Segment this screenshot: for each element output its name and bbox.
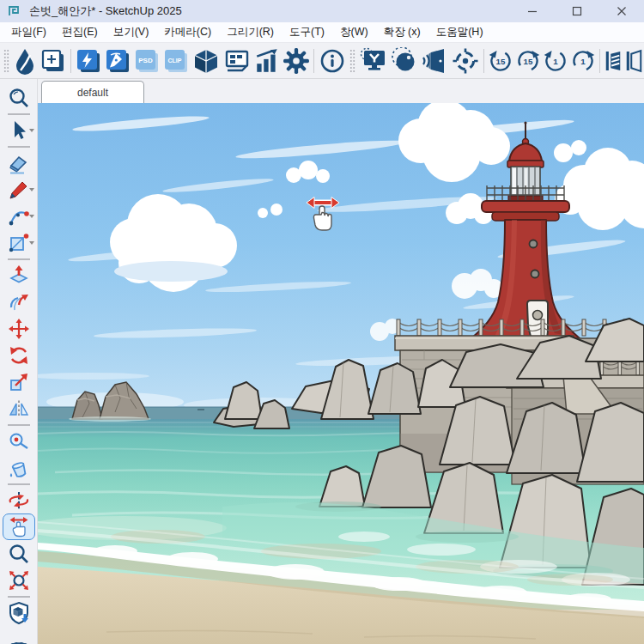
flip-pages-b-icon xyxy=(624,47,643,75)
tool-pencil[interactable] xyxy=(3,176,35,203)
viewport-3d[interactable] xyxy=(38,103,644,644)
target-button[interactable] xyxy=(450,46,481,76)
window-controls xyxy=(510,0,644,22)
dropdown-caret[interactable] xyxy=(29,241,34,245)
rotate-cw-15-button[interactable]: 15 xyxy=(514,46,542,76)
title-bar: 손벗_해안가* - SketchUp 2025 xyxy=(0,0,644,22)
flip-pages-b-button[interactable] xyxy=(623,46,644,76)
minimize-button[interactable] xyxy=(510,0,555,22)
menu-file[interactable]: 파일(F) xyxy=(3,22,54,42)
rotate-ccw-1-icon: 1 xyxy=(543,46,568,76)
export-door-button[interactable] xyxy=(419,46,450,76)
dropdown-caret[interactable] xyxy=(29,129,34,132)
menu-camera[interactable]: 카메라(C) xyxy=(156,22,219,42)
rotate-cw-1-button[interactable]: 1 xyxy=(569,46,597,76)
scale-icon xyxy=(8,371,30,393)
flip-pages-a-icon xyxy=(604,47,623,75)
tool-follow-me[interactable] xyxy=(3,289,35,315)
info-button[interactable] xyxy=(317,46,348,76)
toolbar-drag-handle[interactable] xyxy=(349,49,355,73)
get-models-icon xyxy=(7,601,31,625)
arc-icon xyxy=(8,205,30,228)
palette-separator xyxy=(8,113,30,115)
psd-export-button[interactable]: PSD xyxy=(132,46,161,76)
tool-eraser[interactable] xyxy=(3,149,35,176)
box-3d-icon xyxy=(191,47,221,75)
maximize-icon xyxy=(572,6,582,16)
tool-move[interactable] xyxy=(3,315,35,342)
tool-section-cut[interactable] xyxy=(3,626,35,644)
add-scene-button[interactable] xyxy=(39,46,68,76)
tool-zoom-window[interactable] xyxy=(3,84,35,111)
tool-rectangle[interactable] xyxy=(3,229,35,256)
rotate-cw-1-icon: 1 xyxy=(570,46,596,76)
flip-pages-a-button[interactable] xyxy=(603,46,623,76)
add-scene-icon xyxy=(39,47,67,75)
tool-push-pull[interactable] xyxy=(3,262,35,289)
chart-button[interactable] xyxy=(252,46,282,76)
palette-separator xyxy=(8,146,30,148)
menu-window[interactable]: 창(W) xyxy=(332,22,376,42)
clip-icon: CLIP xyxy=(162,47,190,75)
rotate-ccw-15-button[interactable]: 15 xyxy=(487,46,514,76)
toolbar-drag-handle[interactable] xyxy=(3,49,9,73)
tool-get-models[interactable] xyxy=(3,599,35,626)
rotate-icon xyxy=(8,344,30,367)
rectangle-icon xyxy=(8,232,30,254)
sphere-button[interactable] xyxy=(390,46,419,76)
vector-pen-button[interactable] xyxy=(103,46,132,76)
tool-select[interactable] xyxy=(3,117,35,143)
box-3d-button[interactable] xyxy=(191,46,222,76)
menu-tools[interactable]: 도구(T) xyxy=(282,22,332,42)
chart-icon xyxy=(253,47,281,75)
zoom-window-icon xyxy=(8,87,30,109)
sketchup-window: 손벗_해안가* - SketchUp 2025 파일(F) 편집(E) 보기(V… xyxy=(0,0,644,644)
panel-manager-button[interactable] xyxy=(222,46,252,76)
tool-rotate[interactable] xyxy=(3,342,35,368)
zoom-icon xyxy=(8,543,30,565)
tool-tape-measure[interactable] xyxy=(3,428,35,454)
flash-export-button[interactable] xyxy=(74,46,103,76)
tool-orbit[interactable] xyxy=(3,487,35,513)
render-monitor-button[interactable] xyxy=(357,46,390,76)
orbit-icon xyxy=(8,489,30,512)
menu-help[interactable]: 도움말(H) xyxy=(428,22,491,42)
menu-bar: 파일(F) 편집(E) 보기(V) 카메라(C) 그리기(R) 도구(T) 창(… xyxy=(0,22,644,43)
tool-paint-bucket[interactable] xyxy=(3,454,35,481)
toolbar-separator xyxy=(313,49,314,73)
minimize-icon xyxy=(527,6,538,16)
eraser-icon xyxy=(8,152,30,174)
tool-zoom[interactable] xyxy=(3,540,35,567)
move-icon xyxy=(8,318,30,340)
tool-scale[interactable] xyxy=(3,368,35,395)
tool-flip[interactable] xyxy=(3,395,35,422)
rotate-ccw-1-button[interactable]: 1 xyxy=(542,46,569,76)
zoom-extents-icon xyxy=(8,569,30,592)
follow-me-icon xyxy=(8,291,30,313)
target-icon xyxy=(451,47,480,75)
menu-draw[interactable]: 그리기(R) xyxy=(219,22,282,42)
scene-tab-default[interactable]: default xyxy=(41,81,144,103)
settings-button[interactable] xyxy=(282,46,311,76)
tool-zoom-extents[interactable] xyxy=(3,567,35,593)
export-door-icon xyxy=(420,47,449,75)
clip-export-button[interactable]: CLIP xyxy=(161,46,191,76)
sphere-icon xyxy=(391,47,418,75)
dropdown-caret[interactable] xyxy=(29,188,34,191)
dropdown-caret[interactable] xyxy=(29,215,34,218)
tool-pan[interactable] xyxy=(3,513,35,540)
paint-bucket-icon xyxy=(8,457,30,479)
main-toolbar: PSD CLIP xyxy=(0,43,644,79)
close-button[interactable] xyxy=(599,0,644,22)
scene-canvas xyxy=(38,103,644,644)
scene-tab-label: default xyxy=(77,87,108,99)
maximize-button[interactable] xyxy=(555,0,599,22)
info-icon xyxy=(318,47,347,75)
palette-separator xyxy=(8,483,30,485)
menu-view[interactable]: 보기(V) xyxy=(106,22,157,42)
gear-icon xyxy=(283,47,310,75)
menu-extensions[interactable]: 확장 (x) xyxy=(376,22,428,42)
tool-arc[interactable] xyxy=(3,203,35,229)
menu-edit[interactable]: 편집(E) xyxy=(54,22,106,42)
ink-pen-button[interactable] xyxy=(11,46,39,76)
